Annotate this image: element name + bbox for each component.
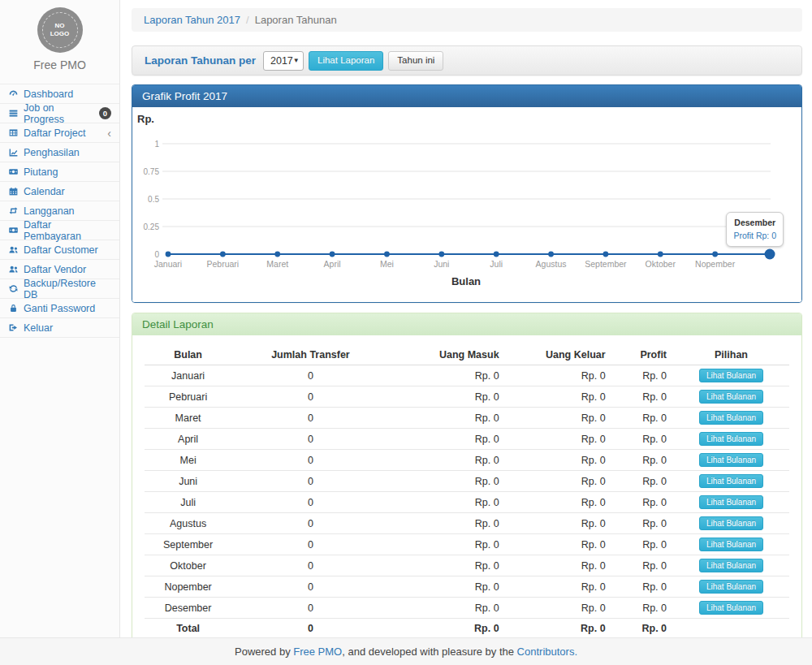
tooltip-profit: Profit Rp: 0 — [733, 229, 776, 242]
cell-bulan: April — [145, 429, 231, 450]
svg-text:0.75: 0.75 — [144, 167, 160, 176]
sidebar-item-penghasilan[interactable]: Penghasilan — [0, 143, 119, 162]
cell-jumlah-transfer: 0 — [231, 492, 390, 513]
calendar-icon — [8, 186, 19, 196]
cell-pilihan: Lihat Bulanan — [673, 408, 789, 429]
sidebar-item-label: Ganti Password — [24, 303, 95, 314]
cell-uang-masuk: Rp. 0 — [390, 471, 506, 492]
total-cell-2: Rp. 0 — [390, 619, 506, 638]
breadcrumb: Laporan Tahun 2017 / Laporan Tahunan — [132, 8, 802, 32]
logo-wrap: NO LOGO Free PMO — [0, 0, 119, 76]
detail-report-panel: Detail Laporan BulanJumlah TransferUang … — [132, 313, 802, 651]
cell-profit: Rp. 0 — [612, 492, 673, 513]
svg-text:Rp.: Rp. — [137, 113, 154, 125]
tasks-icon — [8, 108, 19, 119]
sidebar-item-ganti-password[interactable]: Ganti Password — [0, 299, 119, 318]
sidebar-item-dashboard[interactable]: Dashboard — [0, 84, 119, 104]
cell-uang-keluar: Rp. 0 — [506, 386, 612, 408]
this-year-button[interactable]: Tahun ini — [388, 51, 443, 71]
svg-text:Agustus: Agustus — [536, 259, 567, 269]
view-report-button[interactable]: Lihat Laporan — [309, 51, 383, 71]
money-icon — [8, 166, 19, 177]
cell-bulan: Juni — [145, 471, 231, 492]
svg-text:1: 1 — [154, 140, 159, 149]
view-monthly-button[interactable]: Lihat Bulanan — [699, 580, 763, 594]
chart-canvas: Rp.00.250.50.751JanuariPebruariMaretApri… — [132, 107, 801, 302]
cell-jumlah-transfer: 0 — [231, 408, 390, 429]
signout-icon — [8, 322, 19, 333]
breadcrumb-link[interactable]: Laporan Tahun 2017 — [144, 14, 240, 26]
breadcrumb-separator: / — [246, 14, 249, 26]
cell-bulan: September — [145, 534, 231, 555]
cell-jumlah-transfer: 0 — [231, 450, 390, 471]
sidebar-item-job-on-progress[interactable]: Job on Progress0 — [0, 104, 119, 123]
view-monthly-button[interactable]: Lihat Bulanan — [699, 432, 763, 446]
sidebar-item-langganan[interactable]: Langganan — [0, 201, 119, 221]
cell-pilihan: Lihat Bulanan — [673, 576, 789, 598]
year-select-value: 2017 — [270, 55, 293, 67]
footer-prefix: Powered by — [235, 646, 293, 658]
table-row: Maret0Rp. 0Rp. 0Rp. 0Lihat Bulanan — [145, 408, 789, 429]
table-row: Pebruari0Rp. 0Rp. 0Rp. 0Lihat Bulanan — [145, 386, 789, 408]
cell-profit: Rp. 0 — [612, 386, 673, 408]
sidebar-item-label: Dashboard — [24, 89, 73, 100]
cell-jumlah-transfer: 0 — [231, 534, 390, 555]
refresh-icon — [8, 283, 19, 294]
view-monthly-button[interactable]: Lihat Bulanan — [699, 495, 763, 509]
sidebar-item-daftar-pembayaran[interactable]: Daftar Pembayaran — [0, 221, 119, 240]
sidebar-item-daftar-vendor[interactable]: Daftar Vendor — [0, 260, 119, 279]
cell-pilihan: Lihat Bulanan — [673, 598, 789, 619]
table-row: Mei0Rp. 0Rp. 0Rp. 0Lihat Bulanan — [145, 450, 789, 471]
cell-jumlah-transfer: 0 — [231, 365, 390, 386]
view-monthly-button[interactable]: Lihat Bulanan — [699, 411, 763, 425]
total-cell-5 — [673, 619, 789, 638]
year-select[interactable]: 2017 ▼ — [263, 51, 304, 71]
view-monthly-button[interactable]: Lihat Bulanan — [699, 453, 763, 467]
table-row: Agustus0Rp. 0Rp. 0Rp. 0Lihat Bulanan — [145, 513, 789, 534]
sidebar-item-label: Keluar — [24, 322, 53, 334]
footer-link-freepmo[interactable]: Free PMO — [293, 646, 342, 658]
footer-link-contributors[interactable]: Contributors. — [517, 646, 577, 658]
column-header-jumlah-transfer: Jumlah Transfer — [231, 345, 390, 365]
users-icon — [8, 264, 19, 274]
view-monthly-button[interactable]: Lihat Bulanan — [699, 538, 763, 551]
cell-pilihan: Lihat Bulanan — [673, 386, 789, 408]
cell-uang-keluar: Rp. 0 — [506, 598, 612, 619]
retweet-icon — [8, 205, 19, 216]
sidebar-item-calendar[interactable]: Calendar — [0, 182, 119, 201]
sidebar-item-piutang[interactable]: Piutang — [0, 162, 119, 182]
cell-bulan: Pebruari — [145, 386, 231, 408]
svg-text:Juli: Juli — [490, 259, 503, 269]
sidebar-item-label: Piutang — [24, 166, 58, 178]
cell-uang-masuk: Rp. 0 — [390, 429, 506, 450]
sidebar-item-keluar[interactable]: Keluar — [0, 318, 119, 338]
cell-bulan: Mei — [145, 450, 231, 471]
column-header-profit: Profit — [612, 345, 673, 365]
view-monthly-button[interactable]: Lihat Bulanan — [699, 390, 763, 404]
profit-chart: Rp.00.250.50.751JanuariPebruariMaretApri… — [132, 107, 801, 302]
cell-profit: Rp. 0 — [612, 471, 673, 492]
caret-down-icon: ▼ — [293, 57, 300, 64]
cell-uang-masuk: Rp. 0 — [390, 513, 506, 534]
cell-pilihan: Lihat Bulanan — [673, 471, 789, 492]
svg-text:April: April — [324, 259, 341, 269]
sidebar-item-daftar-customer[interactable]: Daftar Customer — [0, 240, 119, 260]
view-monthly-button[interactable]: Lihat Bulanan — [699, 369, 763, 382]
logo-text: NO LOGO — [42, 12, 78, 48]
sidebar-item-label: Job on Progress — [24, 102, 94, 125]
view-monthly-button[interactable]: Lihat Bulanan — [699, 559, 763, 572]
svg-text:0.5: 0.5 — [148, 195, 159, 204]
money-icon — [8, 225, 19, 235]
view-monthly-button[interactable]: Lihat Bulanan — [699, 516, 763, 530]
view-monthly-button[interactable]: Lihat Bulanan — [699, 474, 763, 488]
column-header-bulan: Bulan — [145, 345, 231, 365]
cell-uang-masuk: Rp. 0 — [390, 492, 506, 513]
view-monthly-button[interactable]: Lihat Bulanan — [699, 601, 763, 615]
sidebar-item-backup-restore-db[interactable]: Backup/Restore DB — [0, 279, 119, 299]
header-row: BulanJumlah TransferUang MasukUang Kelua… — [145, 345, 789, 365]
dashboard-icon — [8, 89, 19, 99]
profit-line-chart: Rp.00.250.50.751JanuariPebruariMaretApri… — [132, 107, 801, 305]
report-table-body: Januari0Rp. 0Rp. 0Rp. 0Lihat BulananPebr… — [145, 365, 789, 638]
sidebar-item-daftar-project[interactable]: Daftar Project‹ — [0, 123, 119, 143]
cell-bulan: Maret — [145, 408, 231, 429]
